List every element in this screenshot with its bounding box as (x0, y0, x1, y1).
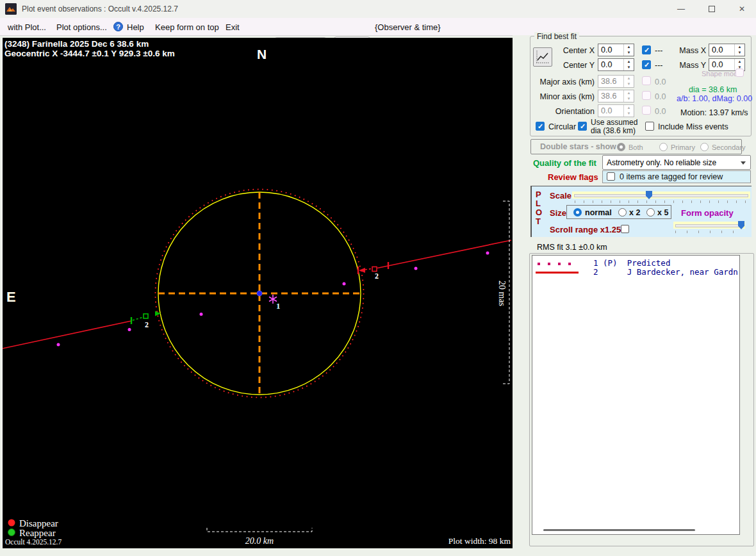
size-x5-label: x 5 (657, 208, 668, 217)
form-opacity-label: Form opacity (681, 208, 734, 218)
window-title: Plot event observations : Occult v.4.202… (22, 4, 178, 13)
center-y-updown[interactable]: ▲▼ (623, 59, 634, 70)
size-normal-radio[interactable] (573, 208, 582, 217)
form-opacity-slider[interactable] (673, 222, 745, 229)
menu-help[interactable]: Help (127, 22, 144, 32)
menu-with-plot[interactable]: with Plot... (8, 22, 46, 32)
scale-slider[interactable] (572, 192, 750, 199)
observed-line-swatch (536, 272, 579, 274)
down-arrow-icon[interactable]: ▼ (735, 50, 744, 56)
double-both-label: Both (629, 143, 643, 151)
mass-x-label: Mass X (678, 46, 706, 55)
double-secondary-label: Secondary (712, 143, 746, 151)
menu-bar: with Plot... Plot options... ? Help Keep… (0, 18, 756, 36)
size-x5-radio[interactable] (646, 208, 655, 217)
menu-exit[interactable]: Exit (226, 22, 240, 32)
ab-dmag-label: a/b: 1.00, dMag: 0.00 (677, 94, 752, 103)
plot-width-label: Plot width: 98 km (448, 536, 511, 546)
title-bar: Plot event observations : Occult v.4.202… (0, 0, 756, 18)
chevron-down-icon (741, 161, 746, 165)
major-axis-aux: 0.0 (655, 78, 666, 86)
find-best-fit-label: Find best fit (534, 32, 579, 41)
circular-checkbox[interactable] (536, 122, 545, 131)
use-assumed-checkbox[interactable] (578, 122, 587, 131)
observer-list[interactable]: 1 (P) Predicted 2 J Bardecker, near Gard… (532, 255, 740, 535)
plot-version: Occult 4.2025.12.7 (5, 538, 62, 546)
minimize-button[interactable]: — (666, 0, 696, 18)
form-opacity-ticks (675, 231, 744, 233)
disappear-dot-icon (8, 519, 15, 527)
review-flags-text: 0 items are tagged for review (620, 172, 723, 181)
scale-label: Scale (550, 191, 571, 200)
horizontal-scrollbar-thumb[interactable] (543, 529, 695, 531)
center-y-checkbox[interactable] (642, 60, 651, 69)
minor-axis-aux: 0.0 (655, 92, 666, 101)
up-arrow-icon[interactable]: ▲ (735, 59, 744, 65)
chord1-label: 1 (276, 301, 281, 311)
size-normal-label: normal (585, 208, 612, 217)
up-arrow-icon[interactable]: ▲ (624, 59, 634, 65)
plot-letter-p: P (536, 190, 541, 199)
app-icon (5, 3, 17, 15)
legend-disappear: Disappear (19, 518, 58, 528)
center-x-label: Center X (551, 46, 595, 55)
down-arrow-icon[interactable]: ▼ (624, 65, 634, 70)
fit-graph-button[interactable] (533, 47, 552, 67)
scale-slider-ticks (575, 200, 749, 203)
double-both-radio (617, 143, 625, 151)
include-miss-checkbox[interactable] (645, 122, 654, 131)
list-item[interactable]: 1 (P) Predicted (532, 258, 739, 267)
close-button[interactable]: ✕ (727, 0, 756, 18)
form-opacity-slider-thumb[interactable] (738, 221, 744, 229)
motion-label: Motion: 13.97 km/s (680, 108, 748, 117)
use-assumed-label1: Use assumed (591, 118, 637, 127)
double-primary-radio (659, 143, 668, 151)
chord2-right-line (377, 240, 511, 268)
km-scale-label: 20.0 km (245, 536, 274, 546)
minor-axis-label: Minor axis (km) (538, 92, 595, 101)
menu-plot-options[interactable]: Plot options... (56, 22, 107, 32)
mass-y-label: Mass Y (678, 61, 706, 70)
use-assumed-label2: dia (38.6 km) (591, 126, 636, 135)
minor-axis-spinner: 38.6 ▲▼ (598, 90, 634, 102)
chord2-left-line (3, 321, 131, 348)
down-arrow-icon[interactable]: ▼ (624, 50, 634, 56)
control-panel: Find best fit Center X 0.0 ▲▼ --- Mass X… (513, 35, 756, 556)
menu-keep-on-top[interactable]: Keep form on top (155, 22, 219, 32)
review-flags-checkbox[interactable] (607, 172, 615, 181)
predicted-line-swatch (538, 263, 579, 265)
circular-label: Circular (548, 122, 576, 131)
size-label: Size (550, 208, 566, 218)
plot-title-line1: (3248) Farinella 2025 Dec 6 38.6 km (4, 39, 149, 49)
compass-east-label: E (6, 289, 16, 305)
center-x-checkbox[interactable] (642, 45, 651, 54)
up-arrow-icon[interactable]: ▲ (624, 44, 634, 50)
size-x2-label: x 2 (629, 208, 640, 217)
major-axis-checkbox (642, 76, 651, 85)
orientation-spinner: 0.0 ▲▼ (598, 104, 634, 117)
plot-canvas[interactable]: 1 2 2 20 mas 20.0 km (3 (2, 38, 513, 548)
scroll-range-checkbox[interactable] (621, 225, 629, 233)
fit-graph-icon (534, 48, 552, 66)
up-arrow-icon[interactable]: ▲ (735, 44, 744, 50)
quality-select[interactable]: Astrometry only. No reliable size (602, 155, 751, 170)
review-flags-label: Review flags (548, 172, 598, 182)
rms-fit-label: RMS fit 3.1 ±0.0 km (537, 243, 607, 252)
help-icon[interactable]: ? (113, 22, 123, 31)
compass-north-label: N (257, 47, 267, 61)
scale-slider-thumb[interactable] (646, 191, 652, 199)
center-point (257, 291, 262, 296)
center-x-spinner[interactable]: 0.0 ▲▼ (598, 44, 634, 56)
double-primary-label: Primary (671, 143, 695, 151)
list-item[interactable]: 2 J Bardecker, near Gardn (532, 267, 739, 276)
size-radio-group: normal x 2 x 5 (566, 205, 671, 219)
mass-x-spinner[interactable]: 0.0 ▲▼ (709, 44, 745, 56)
orientation-checkbox (642, 106, 651, 115)
reappear-dot-icon (8, 529, 15, 536)
maximize-button[interactable] (697, 0, 727, 18)
center-x-updown[interactable]: ▲▼ (623, 44, 634, 56)
mass-x-updown[interactable]: ▲▼ (734, 44, 744, 56)
center-y-suffix: --- (655, 61, 663, 70)
center-y-spinner[interactable]: 0.0 ▲▼ (598, 58, 634, 71)
size-x2-radio[interactable] (618, 208, 627, 217)
